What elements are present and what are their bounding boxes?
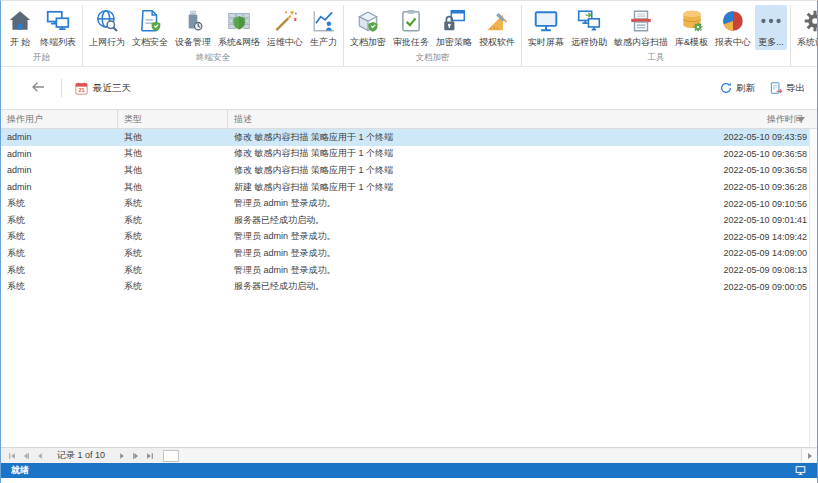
cell-desc: 修改 敏感内容扫描 策略应用于 1 个终端 <box>228 147 683 160</box>
ribbon-item-remote-assist[interactable]: 远程协助 <box>568 5 610 50</box>
remote-assist-icon <box>576 8 602 34</box>
ribbon-item-system-settings[interactable]: 系统设置 <box>794 5 818 50</box>
table-row[interactable]: 系统 系统 管理员 admin 登录成功。 2022-05-09 14:09:4… <box>1 229 809 246</box>
ribbon-group-tools: 实时屏幕 远程协助 敏感内容扫描 <box>522 5 791 66</box>
sort-caret-icon[interactable] <box>797 117 805 122</box>
cell-desc: 服务器已经成功启动。 <box>228 280 683 293</box>
cell-user: admin <box>1 182 118 192</box>
export-label: 导出 <box>786 82 805 95</box>
pager-prev-page-button[interactable] <box>19 449 33 462</box>
ribbon-item-label: 库&模板 <box>675 36 708 49</box>
ribbon-item-label: 授权软件 <box>479 36 515 49</box>
terminal-list-icon <box>45 8 71 34</box>
ribbon-item-realtime-screen[interactable]: 实时屏幕 <box>525 5 567 50</box>
toolbar-separator <box>61 79 62 97</box>
table-row[interactable]: admin 其他 修改 敏感内容扫描 策略应用于 1 个终端 2022-05-1… <box>1 129 809 146</box>
pager-next-page-button[interactable] <box>129 449 143 462</box>
ribbon: 开 始 终端列表 开始 上网行为 <box>1 1 817 67</box>
column-header-type[interactable]: 类型 <box>118 110 228 128</box>
date-filter-button[interactable]: 21 最近三天 <box>74 81 131 96</box>
ribbon-group-label: 开始 <box>4 50 79 67</box>
authorized-software-icon <box>484 8 510 34</box>
table-row[interactable]: 系统 系统 管理员 admin 登录成功。 2022-05-10 09:10:5… <box>1 195 809 212</box>
ribbon-item-encryption-policy[interactable]: 加密策略 <box>433 5 475 50</box>
ribbon-item-label: 敏感内容扫描 <box>614 36 668 49</box>
ribbon-group-label: 其他 <box>794 50 818 67</box>
ribbon-item-approval-tasks[interactable]: 审批任务 <box>390 5 432 50</box>
ribbon-item-label: 开 始 <box>10 36 31 49</box>
cell-type: 其他 <box>118 147 228 160</box>
table-row[interactable]: 系统 系统 管理员 admin 登录成功。 2022-05-09 09:08:1… <box>1 262 809 279</box>
home-icon <box>7 8 33 34</box>
more-ellipsis-icon <box>758 8 784 34</box>
back-button[interactable] <box>27 77 49 99</box>
cell-user: 系统 <box>1 247 118 260</box>
table-row[interactable]: admin 其他 修改 敏感内容扫描 策略应用于 1 个终端 2022-05-1… <box>1 146 809 163</box>
ribbon-item-authorized-software[interactable]: 授权软件 <box>476 5 518 50</box>
svg-text:21: 21 <box>78 87 84 93</box>
ribbon-item-sensitive-scan[interactable]: 敏感内容扫描 <box>611 5 671 50</box>
pager-last-button[interactable] <box>143 449 157 462</box>
cell-time: 2022-05-10 09:36:58 <box>683 149 809 159</box>
ribbon-item-document-security[interactable]: 文档安全 <box>129 5 171 50</box>
cell-time: 2022-05-10 09:01:41 <box>683 215 809 225</box>
server-connection-icon[interactable] <box>794 464 807 477</box>
export-button[interactable]: 导出 <box>769 81 805 95</box>
pager-first-button[interactable] <box>5 449 19 462</box>
ribbon-group-label: 工具 <box>525 50 787 67</box>
ribbon-item-library-template[interactable]: 库&模板 <box>672 5 711 50</box>
table-row[interactable]: 系统 系统 服务器已经成功启动。 2022-05-09 09:00:05 <box>1 278 809 295</box>
pager-prev-button[interactable] <box>33 449 47 462</box>
cell-desc: 修改 敏感内容扫描 策略应用于 1 个终端 <box>228 131 683 144</box>
ribbon-item-label: 终端列表 <box>40 36 76 49</box>
table-row[interactable]: 系统 系统 服务器已经成功启动。 2022-05-10 09:01:41 <box>1 212 809 229</box>
document-encryption-icon <box>355 8 381 34</box>
cell-type: 其他 <box>118 181 228 194</box>
ribbon-group-label: 文档加密 <box>347 50 518 67</box>
ribbon-item-device-management[interactable]: 设备管理 <box>172 5 214 50</box>
hscroll-thumb[interactable] <box>163 450 179 462</box>
ribbon-item-label: 更多... <box>758 36 784 49</box>
ribbon-group-other: 系统设置 关 于 其他 <box>791 5 818 66</box>
cell-time: 2022-05-09 14:09:00 <box>683 248 809 258</box>
table-row[interactable]: 系统 系统 管理员 admin 登录成功。 2022-05-09 14:09:0… <box>1 245 809 262</box>
pager-next-button[interactable] <box>115 449 129 462</box>
ribbon-item-terminal-list[interactable]: 终端列表 <box>37 5 79 50</box>
cell-type: 系统 <box>118 230 228 243</box>
cell-time: 2022-05-10 09:43:59 <box>683 132 809 142</box>
cell-type: 其他 <box>118 131 228 144</box>
status-bar: 就绪 <box>1 463 817 478</box>
ribbon-item-system-network[interactable]: 系统&网络 <box>215 5 263 50</box>
cell-user: admin <box>1 165 118 175</box>
ribbon-item-web-browsing[interactable]: 上网行为 <box>86 5 128 50</box>
ribbon-item-document-encryption[interactable]: 文档加密 <box>347 5 389 50</box>
cell-user: 系统 <box>1 230 118 243</box>
column-header-desc[interactable]: 描述 <box>228 110 691 128</box>
library-template-icon <box>679 8 705 34</box>
table-row[interactable]: admin 其他 修改 敏感内容扫描 策略应用于 1 个终端 2022-05-1… <box>1 162 809 179</box>
refresh-button[interactable]: 刷新 <box>719 81 755 95</box>
ribbon-item-label: 审批任务 <box>393 36 429 49</box>
realtime-screen-icon <box>533 8 559 34</box>
column-header-user[interactable]: 操作用户 <box>1 110 118 128</box>
document-security-icon <box>137 8 163 34</box>
bottom-strip <box>1 478 817 483</box>
ribbon-item-report-center[interactable]: 报表中心 <box>712 5 754 50</box>
column-header-time[interactable]: 操作时间 <box>691 110 817 128</box>
ribbon-item-ops-center[interactable]: 运维中心 <box>264 5 306 50</box>
vertical-scrollbar[interactable] <box>809 129 817 447</box>
hscroll-track[interactable] <box>179 449 801 462</box>
ribbon-item-label: 报表中心 <box>715 36 751 49</box>
ribbon-item-label: 远程协助 <box>571 36 607 49</box>
ribbon-item-productivity[interactable]: 生产力 <box>307 5 340 50</box>
ribbon-item-home[interactable]: 开 始 <box>4 5 36 50</box>
productivity-icon <box>311 8 337 34</box>
cell-user: 系统 <box>1 197 118 210</box>
table-row[interactable]: admin 其他 新建 敏感内容扫描 策略应用于 1 个终端 2022-05-1… <box>1 179 809 196</box>
ribbon-group-terminal-security: 上网行为 文档安全 设备管理 <box>83 5 344 66</box>
status-ready-text: 就绪 <box>11 464 29 477</box>
hscroll-right-arrow[interactable] <box>801 449 817 462</box>
refresh-label: 刷新 <box>736 82 755 95</box>
ribbon-item-more[interactable]: 更多... <box>755 5 787 50</box>
cell-user: admin <box>1 149 118 159</box>
